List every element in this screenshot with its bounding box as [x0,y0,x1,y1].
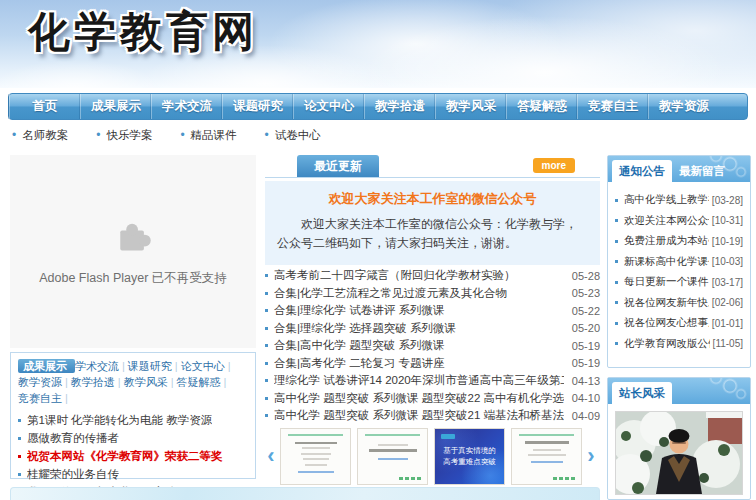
nav-item[interactable]: 答疑解惑 [506,94,577,119]
carousel-next-icon[interactable]: › [585,428,597,484]
subnav-item[interactable]: •快乐学案 [96,128,152,143]
list-item[interactable]: 祝各位网友心想事成...[01-01] [615,313,743,334]
bullet-icon [18,455,21,458]
showcase-tab[interactable]: 教学风采 [124,376,177,388]
nav-item[interactable]: 教学风采 [435,94,506,119]
list-item[interactable]: 祝贺本网站《化学教育网》荣获二等奖 [18,447,248,465]
slide-badge [553,477,577,480]
bullet-icon [265,274,268,277]
bullet-icon [615,199,618,202]
bullet-icon [265,327,268,330]
flash-unsupported-message: Adobe Flash Player 已不再受支持 [39,270,227,287]
site-header: 化学教育网 [0,0,756,88]
bullet-icon [265,379,268,382]
item-date: 05-23 [572,287,600,299]
notices-list: 高中化学线上教学视...[03-28]欢迎关注本网公众号[10-31]免费注册成… [608,182,750,354]
bullet-icon: • [12,128,16,142]
notice-body: 欢迎大家关注本工作室的微信公众号：化学教与学，公众号二维码如下，请大家扫码关注，… [277,215,588,254]
item-date: [01-01] [712,318,743,329]
showcase-tab[interactable]: 竞赛自主 [18,392,71,404]
bullet-icon [18,473,21,476]
nav-item[interactable]: 论文中心 [293,94,364,119]
footer-bar [10,487,600,500]
showcase-tab[interactable]: 成果展示 [18,359,75,373]
slide-thumbnail[interactable] [511,428,582,485]
subnav-item[interactable]: •试卷中心 [265,128,321,143]
flash-player-box[interactable]: Adobe Flash Player 已不再受支持 [10,155,256,348]
wechat-notice-box: 欢迎大家关注本工作室的微信公众号 欢迎大家关注本工作室的微信公众号：化学教与学，… [265,181,600,265]
tab-notices[interactable]: 通知公告 [612,160,672,182]
showcase-panel: 成果展示学术交流课题研究论文中心教学资源教学拾遗教学风采答疑解惑竞赛自主 第1课… [10,352,256,479]
nav-item[interactable]: 竞赛自主 [577,94,648,119]
list-item[interactable]: 高考考前二十四字箴言（附回归化学教材实验）05-28 [265,267,600,285]
subnav-item[interactable]: •精品课件 [180,128,236,143]
showcase-tab[interactable]: 教学拾遗 [71,376,124,388]
recent-updates-header: 最近更新 more [265,155,600,178]
list-item[interactable]: 祝各位网友新年快乐![02-06] [615,293,743,314]
item-date: 04-10 [572,392,600,404]
webmaster-photo [615,411,743,495]
nav-item[interactable]: 教学拾遗 [364,94,435,119]
item-date: [10-19] [712,236,743,247]
list-item[interactable]: 欢迎关注本网公众号[10-31] [615,211,743,232]
item-date: 05-22 [572,305,600,317]
carousel-prev-icon[interactable]: ‹ [265,428,277,484]
notice-title[interactable]: 欢迎大家关注本工作室的微信公众号 [277,190,588,208]
subnav-item[interactable]: •名师教案 [12,128,68,143]
showcase-tab[interactable]: 学术交流 [75,360,128,372]
item-date: 05-20 [572,322,600,334]
bullet-icon: • [180,128,184,142]
tab-latest-comments[interactable]: 最新留言 [672,160,732,182]
list-item[interactable]: 理综化学 试卷讲评14 2020年深圳市普通高中高三年级第二次线...04-13 [265,372,600,390]
list-item[interactable]: 每日更新一个课件[03-17] [615,272,743,293]
nav-item[interactable]: 课题研究 [222,94,293,119]
list-item[interactable]: 第1课时 化学能转化为电能 教学资源 [18,411,248,429]
slide-thumbnail[interactable]: 基于真实情境的高考重难点突破 [434,428,505,485]
tab-recent-updates[interactable]: 最近更新 [297,155,379,177]
list-item[interactable]: 合集|理综化学 试卷讲评 系列微课05-22 [265,302,600,320]
recent-list: 高考考前二十四字箴言（附回归化学教材实验）05-28合集|化学工艺流程之常见过渡… [265,267,600,425]
item-date: 04-13 [572,375,600,387]
list-item[interactable]: 愿做教育的传播者 [18,429,248,447]
list-item[interactable]: 桂耀荣的业务自传 [18,465,248,483]
slide-badge [399,477,423,480]
list-item[interactable]: 高中化学线上教学视...[03-28] [615,190,743,211]
nav-item[interactable]: 学术交流 [151,94,222,119]
item-date: [11-05] [713,338,743,349]
webmaster-panel: 站长风采 [607,377,751,500]
list-item[interactable]: 合集|理综化学 选择题突破 系列微课05-20 [265,320,600,338]
list-item[interactable]: 高中化学 题型突破 系列微课 题型突破21 端基法和桥基法速推...04-09 [265,407,600,425]
list-item[interactable]: 合集|高中化学 题型突破 系列微课05-19 [265,337,600,355]
list-item[interactable]: 新课标高中化学课件...[10-03] [615,252,743,273]
page: 化学教育网 首页成果展示学术交流课题研究论文中心教学拾遗教学风采答疑解惑竞赛自主… [0,0,756,500]
puzzle-icon [111,216,155,256]
tab-webmaster[interactable]: 站长风采 [612,382,672,404]
showcase-tab[interactable]: 教学资源 [18,376,71,388]
item-date: [03-17] [712,277,743,288]
list-item[interactable]: 合集|化学工艺流程之常见过渡元素及其化合物05-23 [265,285,600,303]
slide-badge [441,434,455,439]
nav-item[interactable]: 教学资源 [648,94,719,119]
item-date: [10-03] [712,256,743,267]
sub-nav: •名师教案•快乐学案•精品课件•试卷中心 [12,123,746,147]
nav-item[interactable]: 成果展示 [80,94,151,119]
slide-title: 基于真实情境的高考重难点突破 [440,445,499,468]
showcase-tab[interactable]: 论文中心 [181,360,234,372]
bullet-icon [265,344,268,347]
slide-thumbnail[interactable] [357,428,428,485]
bullet-icon [615,240,618,243]
list-item[interactable]: 合集|高考化学 二轮复习 专题讲座05-19 [265,355,600,373]
site-title: 化学教育网 [28,4,258,60]
slide-thumbnail[interactable] [280,428,351,485]
item-date: 05-28 [572,270,600,282]
nav-item[interactable]: 首页 [9,94,80,119]
bullet-icon [615,301,618,304]
list-item[interactable]: 高中化学 题型突破 系列微课 题型突破22 高中有机化学选做题...04-10 [265,390,600,408]
showcase-tab[interactable]: 课题研究 [128,360,181,372]
list-item[interactable]: 化学教育网改版公告[11-05] [615,334,743,355]
list-item[interactable]: 免费注册成为本站会员[10-19] [615,231,743,252]
showcase-tab[interactable]: 答疑解惑 [177,376,230,388]
more-button[interactable]: more [533,158,575,173]
bullet-icon [615,219,618,222]
bullet-icon [615,342,618,345]
